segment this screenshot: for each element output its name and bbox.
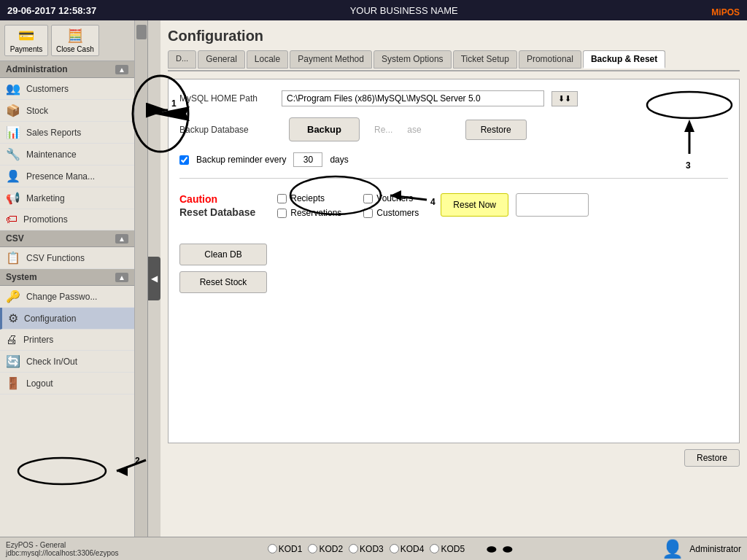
kod4-radio[interactable] [390,544,399,553]
configuration-icon: ⚙ [8,311,18,325]
section-csv-label: CSV [6,233,24,244]
caution-labels: Caution Reset Database [179,193,255,218]
sidebar-item-sales-reports[interactable]: 📊 Sales Reports [0,122,134,144]
clean-db-button[interactable]: Clean DB [179,244,267,265]
csv-functions-label: CSV Functions [26,253,85,263]
tab-db-setup[interactable]: D... [168,50,196,69]
backup-days-input[interactable] [293,152,322,167]
sidebar: 💳 Payments 🧮 Close Cash Administration ▲… [0,20,135,537]
kod2-radio[interactable] [308,544,317,553]
brand-pos: POS [721,7,740,18]
restore-suffix: ase [407,125,421,135]
customers-label: Customers [376,208,419,218]
section-administration-label: Administration [6,64,68,74]
datetime: 29-06-2017 12:58:37 [7,5,96,16]
sales-reports-icon: 📊 [6,125,20,139]
change-password-icon: 🔑 [6,289,20,303]
reservations-checkbox[interactable] [277,209,287,218]
restore-button[interactable]: Restore [465,120,527,140]
radio-kod1[interactable]: KOD1 [268,544,303,554]
receipts-checkbox[interactable] [277,194,287,203]
kod1-label: KOD1 [279,544,303,554]
backup-button[interactable]: Backup [289,117,360,141]
administration-collapse[interactable]: ▲ [115,65,128,74]
configuration-label: Configuration [24,314,76,324]
vouchers-label: Vouchers [376,193,413,203]
kod5-radio[interactable] [430,544,439,553]
check-in-out-label: Check In/Out [26,357,77,367]
vouchers-checkbox[interactable] [363,194,373,203]
backup-db-label: Backup Database [179,125,274,135]
tab-general[interactable]: General [198,50,245,69]
admin-icon: 👤 [662,539,684,559]
bottom-restore-button[interactable]: Restore [684,449,740,467]
kod3-radio[interactable] [349,544,358,553]
kod1-radio[interactable] [268,544,277,553]
kod2-label: KOD2 [319,544,343,554]
tab-locale[interactable]: Locale [247,50,288,69]
administration-items: 👥 Customers 📦 Stock 📊 Sales Reports 🔧 Ma… [0,78,134,230]
radio-kod5[interactable]: KOD5 [430,544,465,554]
csv-collapse[interactable]: ▲ [115,234,128,244]
checkbox-customers: Customers [363,208,419,218]
receipts-label: Reciepts [290,193,325,203]
checkboxes-col2: Vouchers Customers [363,193,419,218]
radio-kod2[interactable]: KOD2 [308,544,343,554]
checkbox-receipts: Reciepts [277,193,341,203]
tab-payment-method[interactable]: Payment Method [290,50,372,69]
csv-functions-icon: 📋 [6,251,20,265]
statusbar: EzyPOS - General jdbc:mysql://localhost:… [0,537,747,560]
config-title: Configuration [168,28,740,44]
stock-icon: 📦 [6,104,20,117]
sidebar-item-stock[interactable]: 📦 Stock [0,100,134,122]
clean-reset-col: Clean DB Reset Stock [179,233,728,293]
topbar: 29-06-2017 12:58:37 YOUR BUSINESS NAME M… [0,0,747,20]
reset-confirm-button[interactable] [516,193,589,217]
system-collapse[interactable]: ▲ [115,273,128,282]
backup-db-row: Backup Database Backup Re... ase Restore [179,117,728,141]
section-system-label: System [6,272,37,282]
tab-ticket-setup[interactable]: Ticket Setup [453,50,517,69]
statusbar-admin: 👤 Administrator [662,539,741,559]
sidebar-item-customers[interactable]: 👥 Customers [0,78,134,100]
toggle-sidebar-button[interactable]: ◀ [148,257,160,300]
caution-section: Caution Reset Database Reciepts Reservat… [179,193,728,293]
sidebar-item-configuration[interactable]: ⚙ Configuration [0,308,134,330]
change-password-label: Change Passwo... [26,292,97,302]
backup-reminder-checkbox[interactable] [179,155,189,165]
tab-promotional[interactable]: Promotional [519,50,581,69]
sidebar-item-close-cash[interactable]: 🧮 Close Cash [51,25,99,56]
sidebar-item-presence-manager[interactable]: 👤 Presence Mana... [0,166,134,187]
radio-kod3[interactable]: KOD3 [349,544,384,554]
app-name: EzyPOS - General [6,541,119,549]
reset-db-label: Reset Database [179,206,255,218]
radio-kod4[interactable]: KOD4 [390,544,425,554]
mysql-home-label: MySQL HOME Path [179,93,274,104]
sidebar-item-change-password[interactable]: 🔑 Change Passwo... [0,286,134,308]
tab-backup-reset[interactable]: Backup & Reset [583,50,665,69]
sidebar-item-check-in-out[interactable]: 🔄 Check In/Out [0,351,134,373]
presence-manager-label: Presence Mana... [26,171,95,182]
mysql-browse-button[interactable]: ⬇⬇ [551,91,578,106]
backup-reminder-label: Backup reminder every [196,155,286,165]
logout-icon: 🚪 [6,376,20,390]
stock-label: Stock [26,106,48,116]
re-label: Re... [374,125,392,135]
reset-stock-button[interactable]: Reset Stock [179,271,267,293]
tab-system-options[interactable]: System Options [374,50,452,69]
sidebar-scrollbar[interactable] [135,20,148,537]
printers-icon: 🖨 [6,333,18,346]
csv-items: 📋 CSV Functions [0,247,134,269]
maintenance-label: Maintenance [26,149,77,160]
sidebar-item-promotions[interactable]: 🏷 Promotions [0,209,134,230]
marketing-icon: 📢 [6,191,20,205]
sidebar-item-payments[interactable]: 💳 Payments [4,25,48,56]
reset-now-button[interactable]: Reset Now [441,193,508,217]
sidebar-item-logout[interactable]: 🚪 Logout [0,373,134,394]
sidebar-item-printers[interactable]: 🖨 Printers [0,330,134,351]
customers-checkbox[interactable] [363,209,373,218]
mysql-home-input[interactable] [282,90,544,106]
sidebar-item-maintenance[interactable]: 🔧 Maintenance [0,144,134,166]
sidebar-item-csv-functions[interactable]: 📋 CSV Functions [0,247,134,269]
sidebar-item-marketing[interactable]: 📢 Marketing [0,187,134,209]
